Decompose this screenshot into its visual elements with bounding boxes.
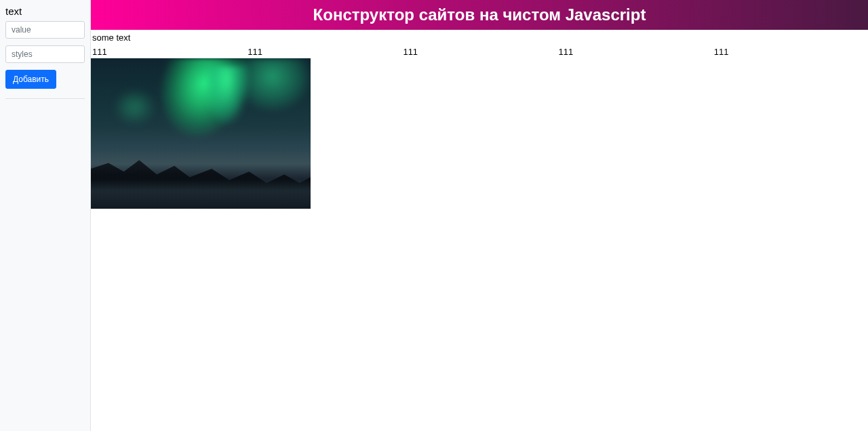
title-block: Конструктор сайтов на чистом Javascript <box>91 0 868 30</box>
column-item: 111 <box>246 45 401 58</box>
page-title: Конструктор сайтов на чистом Javascript <box>91 5 868 24</box>
column-item: 111 <box>401 45 557 58</box>
form-title: text <box>5 5 85 17</box>
column-item: 111 <box>713 45 868 58</box>
column-item: 111 <box>91 45 246 58</box>
add-button[interactable]: Добавить <box>5 70 56 89</box>
value-input[interactable] <box>5 21 85 39</box>
aurora-glow <box>201 66 267 134</box>
styles-input[interactable] <box>5 45 85 63</box>
image-block <box>91 58 311 209</box>
sidebar: text Добавить <box>0 0 91 431</box>
main-content: Конструктор сайтов на чистом Javascript … <box>91 0 868 431</box>
column-item: 111 <box>557 45 713 58</box>
text-block: some text <box>91 30 868 45</box>
snow-foreground <box>91 179 311 209</box>
columns-block: 111 111 111 111 111 <box>91 45 868 58</box>
divider <box>5 98 85 99</box>
